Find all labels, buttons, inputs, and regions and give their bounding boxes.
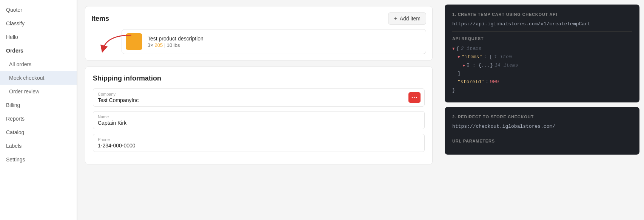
name-field: Name Captain Kirk <box>93 111 425 129</box>
phone-label: Phone <box>98 137 420 142</box>
sidebar-item-quoter[interactable]: Quoter <box>0 3 77 17</box>
code-divider-2 <box>452 134 632 134</box>
company-label: Company <box>98 92 420 96</box>
sidebar-item-catalog[interactable]: Catalog <box>0 125 77 139</box>
add-item-label: Add item <box>400 15 421 22</box>
phone-field: Phone 1-234-000-0000 <box>93 134 425 152</box>
code-line-6: } <box>452 86 632 95</box>
company-value: Test CompanyInc <box>98 97 420 103</box>
main-content: Items + Add item <box>77 0 644 220</box>
sidebar-item-order-review[interactable]: Order review <box>0 85 77 98</box>
code-line-4: ] <box>452 70 632 78</box>
code-card-2-url: https://checkout.iglobalstores.com/ <box>452 124 632 129</box>
code-card-1-title: 1. CREATE TEMP CART USING CHECKOUT API <box>452 12 632 17</box>
sidebar-item-all-orders[interactable]: All orders <box>0 57 77 71</box>
product-price: 205 <box>154 42 163 48</box>
code-card-2: 2. REDIRECT TO STORE CHECKOUT https://ch… <box>445 107 639 155</box>
product-quantity: 3× <box>148 42 154 48</box>
product-thumbnail <box>126 33 142 50</box>
code-divider-1 <box>452 31 632 32</box>
sidebar-item-mock-checkout[interactable]: Mock checkout <box>0 71 77 85</box>
sidebar-item-classify[interactable]: Classify <box>0 17 77 30</box>
sidebar-item-settings[interactable]: Settings <box>0 153 77 166</box>
code-card-1: 1. CREATE TEMP CART USING CHECKOUT API h… <box>445 5 639 102</box>
sidebar-item-labels[interactable]: Labels <box>0 139 77 153</box>
sidebar-item-orders: Orders <box>0 44 77 57</box>
items-card: Items + Add item <box>85 6 433 60</box>
arrow-1: ▼ <box>452 45 455 53</box>
code-line-5: "storeId" : 909 <box>452 78 632 86</box>
arrow-3: ▶ <box>463 62 465 69</box>
items-title: Items <box>91 15 109 23</box>
code-line-3: ▶ 0 : {...} 14 items <box>452 61 632 70</box>
product-info: Test product description 3× 205 | 10 lbs <box>148 36 203 48</box>
sidebar-item-reports[interactable]: Reports <box>0 112 77 125</box>
code-card-1-url: https://api.iglobalstores.com/v1/createT… <box>452 21 632 27</box>
product-item: Test product description 3× 205 | 10 lbs <box>122 29 426 54</box>
name-label: Name <box>98 115 420 119</box>
code-line-1: ▼ { 2 items <box>452 45 632 53</box>
right-panel: 1. CREATE TEMP CART USING CHECKOUT API h… <box>440 0 644 220</box>
plus-icon: + <box>394 15 397 22</box>
company-field: Company Test CompanyInc ··· <box>93 88 425 107</box>
api-request-label: API REQUEST <box>452 36 632 41</box>
sidebar-item-hello[interactable]: Hello <box>0 30 77 44</box>
dots-icon: ··· <box>411 94 418 101</box>
url-params-label: URL PARAMETERS <box>452 139 632 143</box>
sidebar: QuoterClassifyHelloOrdersAll ordersMock … <box>0 0 77 220</box>
product-weight: 10 lbs <box>167 42 180 48</box>
shipping-title: Shipping information <box>93 74 425 82</box>
arrow-2: ▼ <box>458 54 460 61</box>
name-value: Captain Kirk <box>98 120 420 126</box>
code-card-2-title: 2. REDIRECT TO STORE CHECKOUT <box>452 115 632 119</box>
shipping-card: Shipping information Company Test Compan… <box>85 67 433 164</box>
sidebar-item-billing[interactable]: Billing <box>0 98 77 112</box>
code-line-2: ▼ "items" : [ 1 item <box>452 53 632 61</box>
company-actions-button[interactable]: ··· <box>408 92 421 103</box>
add-item-button[interactable]: + Add item <box>388 12 426 25</box>
phone-value: 1-234-000-0000 <box>98 143 420 149</box>
items-header: Items + Add item <box>91 12 426 25</box>
code-block-1: ▼ { 2 items ▼ "items" : [ 1 item ▶ 0 : {… <box>452 45 632 95</box>
product-meta: 3× 205 | 10 lbs <box>148 42 203 48</box>
product-name: Test product description <box>148 36 203 42</box>
center-panel: Items + Add item <box>77 0 440 220</box>
